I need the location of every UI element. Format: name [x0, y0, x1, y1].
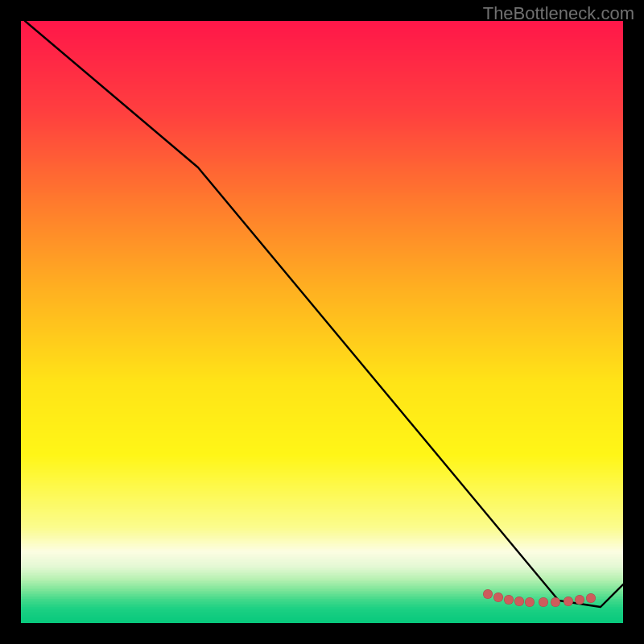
data-marker: [493, 592, 503, 602]
data-marker: [525, 597, 535, 607]
data-marker: [551, 597, 560, 607]
data-marker: [483, 589, 493, 599]
data-marker: [539, 597, 548, 607]
chart-container: TheBottleneck.com: [0, 0, 644, 644]
data-marker: [586, 593, 596, 603]
data-marker: [514, 597, 524, 606]
plot-area: [21, 21, 623, 623]
data-marker: [575, 595, 584, 605]
data-marker: [504, 595, 514, 605]
data-markers-layer: [21, 21, 623, 623]
data-marker: [564, 597, 573, 606]
watermark-text: TheBottleneck.com: [483, 3, 634, 24]
